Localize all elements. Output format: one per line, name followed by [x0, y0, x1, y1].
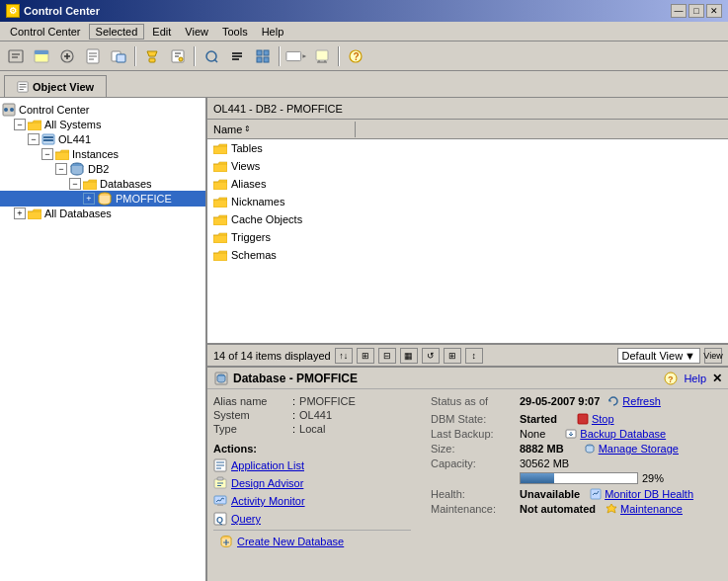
refresh-link[interactable]: Refresh	[607, 395, 661, 407]
help-btn[interactable]: ?	[344, 45, 367, 67]
action-query[interactable]: Q Query	[213, 512, 411, 526]
tree-item-control-center[interactable]: Control Center	[0, 102, 205, 118]
view-btn[interactable]: View	[704, 348, 722, 364]
expand-db2[interactable]: −	[55, 163, 67, 175]
stop-link[interactable]: Stop	[577, 413, 614, 425]
tree-item-pmoffice[interactable]: + PMOFFICE	[0, 191, 205, 207]
desc-btn[interactable]: ↕	[465, 348, 483, 364]
folder-icon	[213, 179, 227, 190]
toolbar-btn-5[interactable]	[107, 45, 130, 67]
list-icon	[213, 458, 227, 472]
db-panel-close[interactable]: ✕	[712, 372, 722, 385]
tree-panel[interactable]: Control Center − All Systems −	[0, 98, 207, 581]
stop-icon	[577, 413, 589, 425]
expand-instances[interactable]: −	[41, 148, 53, 160]
toolbar-sep-4	[338, 46, 340, 66]
expand-all-systems[interactable]: −	[14, 119, 26, 130]
minimize-button[interactable]: —	[671, 4, 687, 18]
layout-btn[interactable]: ⊟	[378, 348, 396, 364]
expand-pmoffice[interactable]: +	[83, 193, 95, 205]
tree-item-instances[interactable]: − Instances	[0, 147, 205, 161]
action-design-advisor[interactable]: Design Advisor	[213, 476, 411, 490]
toolbar-btn-3[interactable]	[55, 45, 79, 67]
toolbar-btn-11[interactable]	[284, 45, 308, 67]
monitor-icon	[213, 494, 227, 508]
svg-text:?: ?	[354, 51, 360, 62]
tree-item-db2[interactable]: − DB2	[0, 161, 205, 177]
list-item-nicknames[interactable]: Nicknames	[207, 193, 728, 210]
object-view-header: OL441 - DB2 - PMOFFICE	[207, 98, 728, 120]
db-panel-title-text: Database - PMOFFICE	[233, 372, 358, 385]
toolbar-btn-4[interactable]	[81, 45, 105, 67]
object-list-area: Name ⇕ Tables Views Aliases	[207, 120, 728, 344]
svg-text:Q: Q	[216, 515, 223, 525]
svg-point-22	[10, 108, 14, 112]
tab-label: Object View	[33, 81, 94, 93]
create-db-link[interactable]: Create New Database	[213, 530, 411, 552]
action-activity-monitor[interactable]: Activity Monitor	[213, 494, 411, 508]
object-list-scroll[interactable]: Tables Views Aliases Nicknames	[207, 139, 728, 343]
sort-icon: ⇕	[244, 124, 251, 133]
list-item-schemas[interactable]: Schemas	[207, 246, 728, 264]
menu-control-center[interactable]: Control Center	[4, 25, 87, 39]
advisor-icon	[213, 476, 227, 490]
tab-icon	[17, 81, 29, 93]
tree-item-databases[interactable]: − Databases	[0, 177, 205, 191]
toolbar-btn-8[interactable]	[200, 45, 223, 67]
tree-item-ol441[interactable]: − OL441	[0, 131, 205, 147]
toolbar-sep-2	[194, 46, 196, 66]
svg-rect-7	[149, 58, 155, 62]
col-header-name[interactable]: Name ⇕	[207, 122, 356, 137]
folder-icon	[213, 250, 227, 261]
view-dropdown[interactable]: Default View ▼	[617, 348, 700, 364]
list-item-cache-objects[interactable]: Cache Objects	[207, 210, 728, 228]
filter-btn[interactable]: ⊞	[357, 348, 374, 364]
object-status-bar: 14 of 14 items displayed ↑↓ ⊞ ⊟ ▦ ↺ ⊞ ↕ …	[207, 344, 728, 366]
close-button[interactable]: ✕	[706, 4, 722, 18]
manage-storage-link[interactable]: Manage Storage	[584, 443, 679, 455]
maximize-button[interactable]: □	[688, 4, 704, 18]
toolbar-btn-7[interactable]	[166, 45, 190, 67]
folder-icon	[213, 161, 227, 172]
grid-btn[interactable]: ⊞	[444, 348, 461, 364]
expand-ol441[interactable]: −	[28, 133, 40, 145]
window-title: Control Center	[24, 5, 100, 17]
tab-object-view[interactable]: Object View	[4, 75, 107, 97]
items-count: 14 of 14 items displayed	[213, 350, 331, 362]
menu-view[interactable]: View	[179, 25, 214, 39]
expand-databases[interactable]: −	[69, 178, 81, 190]
tree-item-all-systems[interactable]: − All Systems	[0, 118, 205, 131]
list-item-triggers[interactable]: Triggers	[207, 228, 728, 246]
expand-all-databases[interactable]: +	[14, 208, 26, 219]
sort-asc-btn[interactable]: ↑↓	[335, 348, 353, 364]
menu-tools[interactable]: Tools	[216, 25, 254, 39]
toolbar-btn-12[interactable]	[310, 45, 334, 67]
svg-rect-15	[286, 51, 301, 60]
monitor-health-link[interactable]: Monitor DB Health	[590, 488, 693, 500]
toolbar: ?	[0, 42, 728, 71]
toolbar-btn-2[interactable]	[30, 45, 53, 67]
folder-icon	[213, 232, 227, 243]
toolbar-btn-10[interactable]	[251, 45, 275, 67]
menu-selected[interactable]: Selected	[89, 24, 145, 40]
storage-icon	[584, 443, 596, 455]
right-panel: OL441 - DB2 - PMOFFICE Name ⇕ Tables	[207, 98, 728, 581]
menu-help[interactable]: Help	[256, 25, 290, 39]
refresh-btn[interactable]: ↺	[422, 348, 440, 364]
maintenance-link[interactable]: Maintenance	[606, 503, 683, 515]
list-item-aliases[interactable]: Aliases	[207, 175, 728, 193]
tree-item-all-databases[interactable]: + All Databases	[0, 207, 205, 220]
toolbar-btn-9[interactable]	[225, 45, 249, 67]
menu-edit[interactable]: Edit	[146, 25, 177, 39]
svg-rect-40	[578, 414, 588, 424]
list-item-tables[interactable]: Tables	[207, 139, 728, 157]
backup-link[interactable]: Backup Database	[565, 428, 666, 440]
list-item-views[interactable]: Views	[207, 157, 728, 175]
toolbar-btn-6[interactable]	[140, 45, 164, 67]
server-icon-ol441	[41, 132, 55, 146]
svg-rect-14	[264, 57, 269, 62]
columns-btn[interactable]: ▦	[400, 348, 418, 364]
toolbar-btn-1[interactable]	[4, 45, 28, 67]
help-link[interactable]: Help	[684, 373, 706, 384]
action-application-list[interactable]: Application List	[213, 458, 411, 472]
